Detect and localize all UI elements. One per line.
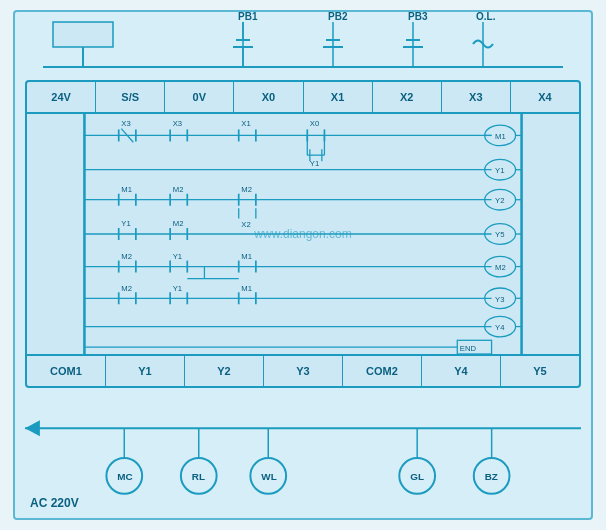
svg-text:M1: M1 (121, 185, 132, 194)
svg-text:GL: GL (410, 471, 424, 482)
svg-text:Y3: Y3 (495, 295, 504, 304)
terminal-x4: X4 (511, 82, 579, 112)
terminal-y4-out: Y4 (422, 356, 501, 386)
terminal-x2: X2 (373, 82, 442, 112)
svg-text:Y2: Y2 (495, 196, 504, 205)
plc-diagram: PB1 PB2 PB3 O.L. 24V S/S 0V X0 X1 X2 X3 … (13, 10, 593, 520)
svg-text:M2: M2 (121, 252, 132, 261)
svg-text:Y1: Y1 (495, 166, 504, 175)
terminal-x3: X3 (442, 82, 511, 112)
svg-text:RL: RL (192, 471, 205, 482)
terminal-y3-out: Y3 (264, 356, 343, 386)
svg-text:WL: WL (261, 471, 276, 482)
svg-text:X1: X1 (241, 119, 250, 128)
svg-text:M1: M1 (241, 252, 252, 261)
svg-text:X3: X3 (173, 119, 182, 128)
svg-text:X2: X2 (241, 220, 250, 229)
svg-rect-2 (53, 22, 113, 47)
svg-text:Y4: Y4 (495, 323, 505, 332)
svg-marker-114 (25, 420, 40, 436)
svg-text:PB2: PB2 (328, 12, 348, 22)
svg-text:BZ: BZ (485, 471, 498, 482)
input-terminals-row: 24V S/S 0V X0 X1 X2 X3 X4 (27, 82, 579, 114)
svg-text:Y1: Y1 (310, 159, 319, 168)
svg-text:PB1: PB1 (238, 12, 258, 22)
svg-text:X3: X3 (121, 119, 130, 128)
terminal-24v: 24V (27, 82, 96, 112)
terminal-y2-out: Y2 (185, 356, 264, 386)
svg-text:M2: M2 (121, 284, 132, 293)
svg-text:MC: MC (117, 471, 132, 482)
terminal-ss: S/S (96, 82, 165, 112)
svg-text:PB3: PB3 (408, 12, 428, 22)
svg-text:X0: X0 (310, 119, 319, 128)
svg-text:O.L.: O.L. (476, 12, 496, 22)
bottom-area: MC RL WL GL BZ AC 220V (25, 398, 581, 518)
terminal-0v: 0V (165, 82, 234, 112)
plc-body: 24V S/S 0V X0 X1 X2 X3 X4 www.diangon.co… (25, 80, 581, 388)
terminal-x0: X0 (234, 82, 303, 112)
svg-text:Y1: Y1 (173, 252, 182, 261)
terminal-y1-out: Y1 (106, 356, 185, 386)
svg-text:M1: M1 (241, 284, 252, 293)
output-terminals-row: COM1 Y1 Y2 Y3 COM2 Y4 Y5 (27, 354, 579, 386)
terminal-com1: COM1 (27, 356, 106, 386)
svg-text:M2: M2 (173, 185, 184, 194)
svg-text:END: END (460, 344, 477, 353)
svg-text:M2: M2 (241, 185, 252, 194)
terminal-y5-out: Y5 (501, 356, 579, 386)
terminal-x1: X1 (304, 82, 373, 112)
svg-text:Y1: Y1 (173, 284, 182, 293)
svg-text:M2: M2 (495, 263, 506, 272)
svg-text:Y5: Y5 (495, 230, 504, 239)
svg-text:M1: M1 (495, 132, 506, 141)
ac-voltage-label: AC 220V (30, 496, 79, 510)
svg-text:M2: M2 (173, 219, 184, 228)
svg-text:Y1: Y1 (121, 219, 130, 228)
terminal-com2: COM2 (343, 356, 422, 386)
